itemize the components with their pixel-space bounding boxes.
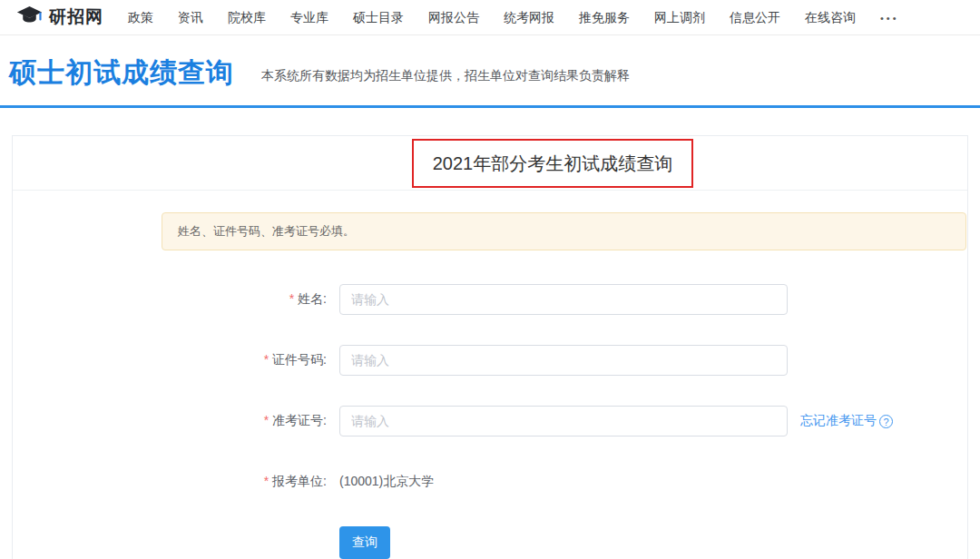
id-number-input[interactable] — [339, 345, 788, 376]
page-header: 硕士初试成绩查询 本系统所有数据均为招生单位提供，招生单位对查询结果负责解释 — [0, 35, 980, 91]
forgot-ticket-link-label: 忘记准考证号 — [800, 413, 877, 429]
required-asterisk: * — [264, 474, 269, 488]
card-body: 姓名、证件号码、准考证号必填。 *姓名: *证件号码: *准考证号: 忘记准考证… — [13, 191, 967, 558]
site-name: 研招网 — [49, 5, 103, 29]
page-subtitle: 本系统所有数据均为招生单位提供，招生单位对查询结果负责解释 — [261, 68, 630, 84]
query-button[interactable]: 查询 — [339, 526, 390, 559]
form-row-id-number: *证件号码: — [13, 345, 967, 376]
score-query-form: *姓名: *证件号码: *准考证号: 忘记准考证号 ? *报考单位: (1000… — [13, 284, 967, 558]
nav-item-master-catalog[interactable]: 硕士目录 — [353, 10, 404, 25]
blue-divider — [0, 105, 980, 108]
card-title: 2021年部分考生初试成绩查询 — [433, 152, 673, 176]
forgot-ticket-link[interactable]: 忘记准考证号 ? — [800, 413, 893, 429]
required-fields-notice: 姓名、证件号码、准考证号必填。 — [162, 212, 966, 250]
required-asterisk: * — [264, 352, 269, 367]
required-asterisk: * — [264, 413, 269, 427]
query-card: 2021年部分考生初试成绩查询 姓名、证件号码、准考证号必填。 *姓名: *证件… — [12, 135, 968, 559]
nav-item-online-report-notice[interactable]: 网报公告 — [428, 10, 479, 25]
form-row-name: *姓名: — [13, 284, 967, 315]
form-row-submit: 查询 — [13, 527, 967, 558]
form-row-admission-ticket: *准考证号: 忘记准考证号 ? — [13, 406, 967, 436]
red-annotation-box: 2021年部分考生初试成绩查询 — [412, 139, 693, 188]
main-nav: 政策 资讯 院校库 专业库 硕士目录 网报公告 统考网报 推免服务 网上调剂 信… — [103, 9, 899, 26]
nav-more-ellipsis-icon[interactable]: ••• — [880, 13, 899, 24]
nav-item-info-disclosure[interactable]: 信息公开 — [730, 10, 780, 25]
top-navbar: 研招网 政策 资讯 院校库 专业库 硕士目录 网报公告 统考网报 推免服务 网上… — [0, 0, 980, 35]
graduation-cap-icon — [16, 5, 43, 29]
nav-item-online-adjustment[interactable]: 网上调剂 — [654, 10, 705, 25]
target-institution-value: (10001)北京大学 — [339, 474, 434, 490]
name-label: *姓名: — [13, 291, 339, 308]
nav-item-unified-exam-report[interactable]: 统考网报 — [504, 10, 554, 25]
page-title: 硕士初试成绩查询 — [9, 54, 234, 91]
admission-ticket-input[interactable] — [339, 406, 788, 436]
target-institution-label: *报考单位: — [13, 474, 339, 490]
nav-item-major-library[interactable]: 专业库 — [290, 10, 328, 25]
id-number-label: *证件号码: — [13, 352, 339, 368]
card-header: 2021年部分考生初试成绩查询 — [13, 136, 967, 191]
nav-item-exempt-service[interactable]: 推免服务 — [579, 10, 630, 25]
form-row-target-institution: *报考单位: (10001)北京大学 — [13, 466, 967, 497]
nav-item-college-library[interactable]: 院校库 — [228, 10, 266, 25]
name-input[interactable] — [339, 284, 788, 315]
nav-item-online-consult[interactable]: 在线咨询 — [805, 10, 856, 25]
site-logo[interactable]: 研招网 — [16, 5, 103, 29]
nav-item-news[interactable]: 资讯 — [178, 10, 203, 25]
required-asterisk: * — [289, 291, 294, 306]
nav-item-policy[interactable]: 政策 — [128, 10, 153, 25]
question-circle-icon: ? — [879, 415, 893, 428]
admission-ticket-label: *准考证号: — [13, 413, 339, 429]
